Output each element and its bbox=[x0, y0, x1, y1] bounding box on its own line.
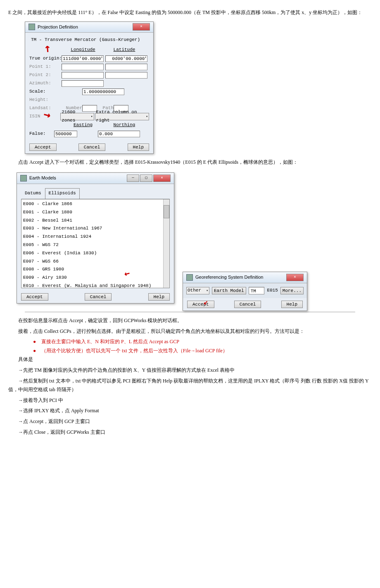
scroll-thumb[interactable] bbox=[164, 205, 169, 218]
georef-type-dropdown[interactable]: Other bbox=[186, 287, 209, 294]
window-title: Projection Definition bbox=[38, 23, 133, 31]
list-item[interactable]: E004 - International 1924 bbox=[22, 233, 169, 241]
help-button[interactable]: Help bbox=[148, 293, 170, 301]
list-item[interactable]: E006 - Everest (India 1830) bbox=[22, 249, 169, 258]
titlebar: Earth Models — ▢ ✕ bbox=[17, 173, 174, 184]
label-isin: ISIN bbox=[29, 112, 60, 121]
isin-extra-dropdown[interactable]: Extra column on right bbox=[95, 113, 149, 120]
list-item[interactable]: E010 - Everest (W. Malaysia and Singapor… bbox=[22, 282, 169, 288]
window-title: Earth Models bbox=[29, 174, 127, 182]
body-p5: →然后复制到 txt 文本中，txt 中的格式可以参见 PCI 图框右下角的 H… bbox=[8, 377, 372, 394]
list-item[interactable]: E002 - Bessel 1841 bbox=[22, 217, 169, 225]
intro-text-1: E 之间，其最接近的中央经线是 111° E），在 False 中设定 East… bbox=[8, 8, 372, 17]
body-p3: 具体是 bbox=[8, 355, 372, 364]
accept-button[interactable]: Accept bbox=[21, 293, 48, 301]
list-item[interactable]: E001 - Clarke 1880 bbox=[22, 208, 169, 217]
projection-subtitle: TM - Transverse Mercator (Gauss-Krueger) bbox=[29, 35, 149, 45]
tab-ellipsoids[interactable]: Ellipsoids bbox=[45, 188, 80, 199]
cancel-button[interactable]: Cancel bbox=[234, 301, 261, 308]
azimuth-input[interactable] bbox=[62, 80, 104, 87]
false-northing-input[interactable] bbox=[98, 131, 140, 137]
list-item[interactable]: E008 - GRS 1980 bbox=[22, 265, 169, 274]
point2-lat-input[interactable] bbox=[105, 72, 147, 79]
label-true-origin: True origin: bbox=[29, 55, 62, 63]
accept-button[interactable]: Accept bbox=[187, 301, 214, 308]
label-false: False: bbox=[29, 130, 54, 138]
georeferencing-dialog: Georeferencing System Definition ✕ Other… bbox=[183, 272, 307, 311]
label-point1: Point 1: bbox=[29, 63, 62, 71]
projection-definition-dialog: Projection Definition ✕ TM - Transverse … bbox=[25, 22, 154, 154]
maximize-icon[interactable]: ▢ bbox=[140, 174, 152, 182]
bullet-1: 直接在主窗口中输入 E、N 和对应的 P、L 然后点 Accept as GCP bbox=[33, 337, 372, 347]
list-item[interactable]: E005 - WGS 72 bbox=[22, 241, 169, 249]
bullet-2: （用这个比较方便）也可以先写一个 txt 文件，然后一次性导入（File→loa… bbox=[33, 347, 372, 356]
label-point2: Point 2: bbox=[29, 71, 62, 79]
body-p7: →选择 IPLXY 格式，点 Apply Format bbox=[8, 406, 372, 416]
list-item[interactable]: E003 - New International 1967 bbox=[22, 225, 169, 233]
window-icon bbox=[186, 274, 193, 281]
close-icon[interactable]: ✕ bbox=[153, 174, 171, 182]
cancel-button[interactable]: Cancel bbox=[78, 143, 106, 151]
ellipsoid-code: E015 bbox=[267, 287, 278, 295]
col-easting: Easting bbox=[62, 121, 104, 129]
close-icon[interactable]: ✕ bbox=[133, 23, 150, 31]
isin-zones-dropdown[interactable]: 21600 zones bbox=[60, 113, 94, 120]
body-p1: 在投影信息显示框点击 Accept，确定设置，回到 GCPWorks 模块的对话… bbox=[8, 316, 372, 325]
scrollbar[interactable] bbox=[163, 199, 169, 288]
true-origin-latitude-input[interactable] bbox=[105, 55, 147, 62]
titlebar: Projection Definition ✕ bbox=[25, 22, 153, 33]
scale-input[interactable] bbox=[82, 88, 124, 95]
tab-datums[interactable]: Datums bbox=[21, 188, 45, 199]
label-height: Height: bbox=[29, 96, 62, 104]
point1-lat-input[interactable] bbox=[105, 64, 147, 70]
divider bbox=[25, 312, 355, 312]
cancel-button[interactable]: Cancel bbox=[85, 293, 112, 301]
body-p2: 接着，点击 Collect GCPs，进行控制点选择。由于是粗校正，所以只确定四… bbox=[8, 327, 372, 336]
projection-field[interactable]: TM bbox=[249, 287, 265, 294]
list-item[interactable]: E009 - Airy 1830 bbox=[22, 274, 169, 282]
body-p4: →先把 TM 图像对应的头文件的四个边角点的投影的 X、Y 值按照容易理解的方式… bbox=[8, 366, 372, 375]
point2-long-input[interactable] bbox=[62, 72, 104, 79]
titlebar: Georeferencing System Definition ✕ bbox=[183, 272, 307, 283]
point1-long-input[interactable] bbox=[62, 64, 104, 70]
body-p6: →接着导入到 PCI 中 bbox=[8, 396, 372, 405]
col-longitude: Longitude bbox=[62, 46, 104, 54]
false-easting-input[interactable] bbox=[54, 131, 77, 137]
label-azimuth: Azimuth: bbox=[29, 79, 62, 88]
true-origin-longitude-input[interactable] bbox=[62, 55, 104, 62]
close-icon[interactable]: ✕ bbox=[286, 274, 304, 281]
more-button[interactable]: More... bbox=[280, 287, 304, 294]
body-p8: →点 Accept，返回到 GCP 主窗口 bbox=[8, 417, 372, 426]
minimize-icon[interactable]: — bbox=[127, 174, 139, 182]
col-latitude: Latitude bbox=[104, 46, 145, 54]
ellipsoids-listbox[interactable]: E000 - Clarke 1866 E001 - Clarke 1880 E0… bbox=[21, 199, 170, 288]
intro-text-2: 点击 Accept 进入下一个对话框，定义椭球类型，选择 E015-Krasso… bbox=[8, 158, 372, 167]
label-scale: Scale: bbox=[29, 88, 62, 96]
window-title: Georeferencing System Definition bbox=[195, 273, 286, 282]
body-p9: →再点 Close，返回到 GCPWorks 主窗口 bbox=[8, 428, 372, 437]
window-icon bbox=[20, 175, 27, 182]
list-item[interactable]: E000 - Clarke 1866 bbox=[22, 200, 169, 208]
help-button[interactable]: Help bbox=[128, 143, 149, 151]
col-northing: Northing bbox=[104, 121, 145, 129]
earth-models-dialog: Earth Models — ▢ ✕ Datums Ellipsoids E00… bbox=[17, 172, 174, 304]
window-icon bbox=[28, 24, 35, 30]
help-button[interactable]: Help bbox=[281, 301, 303, 308]
label-landsat: Landsat: bbox=[29, 104, 62, 112]
earth-model-button[interactable]: Earth Model bbox=[212, 287, 246, 294]
list-item[interactable]: E007 - WGS 66 bbox=[22, 258, 169, 266]
accept-button[interactable]: Accept bbox=[29, 143, 57, 151]
